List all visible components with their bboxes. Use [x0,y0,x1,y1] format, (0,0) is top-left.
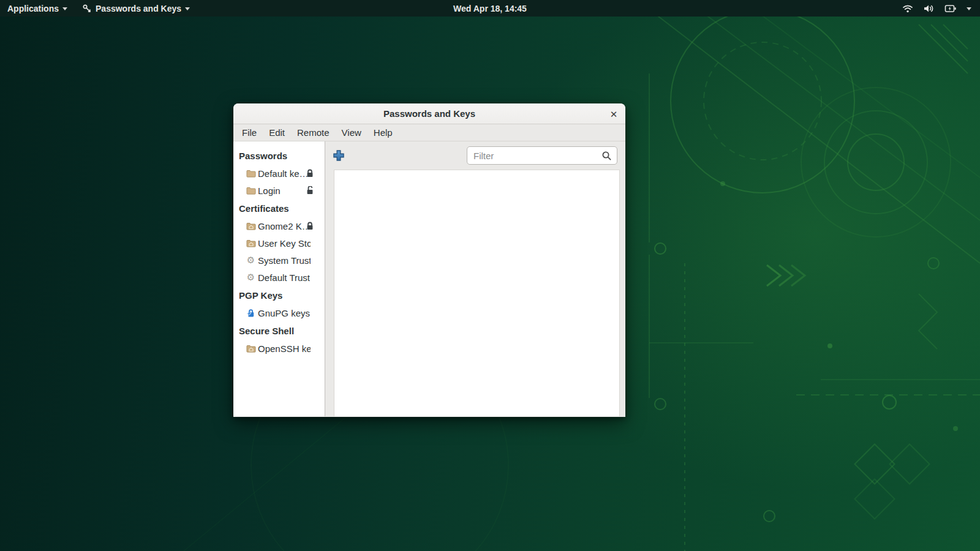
gear-icon: ⚙ [246,255,256,265]
wifi-icon [902,4,913,13]
sidebar-heading-passwords: Passwords [233,146,325,165]
sidebar-item-label: GnuPG keys [258,308,310,318]
titlebar[interactable]: Passwords and Keys ✕ [233,103,625,124]
sidebar-item-system-trust[interactable]: ⚙ System Trust [233,252,325,269]
chevron-down-icon [185,7,190,10]
gnome-top-bar: Applications Passwords and Keys Wed Apr … [0,0,980,17]
menubar: File Edit Remote View Help [233,124,625,141]
sidebar: Passwords Default ke… Login [233,141,325,416]
desktop: Applications Passwords and Keys Wed Apr … [0,0,980,551]
folder-home-icon [246,238,256,248]
item-list-empty[interactable] [334,170,620,416]
clock[interactable]: Wed Apr 18, 14:45 [447,4,533,13]
app-menu-passwords-and-keys[interactable]: Passwords and Keys [75,0,197,17]
sidebar-item-gnome2-keystore[interactable]: Gnome2 K… [233,217,325,234]
system-tray[interactable] [894,0,980,17]
applications-menu[interactable]: Applications [0,0,75,17]
folder-home-icon [246,221,256,231]
sidebar-item-login[interactable]: Login [233,182,325,199]
key-icon [82,4,92,13]
folder-icon [246,168,256,178]
folder-home-icon [246,343,256,353]
toolbar [325,141,625,170]
app-menu-label: Passwords and Keys [96,4,181,13]
menu-remote[interactable]: Remote [291,125,336,140]
window-title: Passwords and Keys [383,108,475,119]
volume-icon [923,4,935,13]
close-icon: ✕ [610,109,618,120]
sidebar-item-default-keyring[interactable]: Default ke… [233,165,325,182]
sidebar-item-default-trust[interactable]: ⚙ Default Trust [233,269,325,286]
locked-icon [306,222,314,230]
sidebar-item-label: System Trust [258,255,311,266]
menu-file[interactable]: File [236,125,263,140]
battery-charging-icon [944,4,957,13]
passwords-and-keys-window: Passwords and Keys ✕ File Edit Remote Vi… [233,103,625,417]
sidebar-item-label: OpenSSH keys [258,343,311,354]
plus-icon [332,149,345,162]
search-icon [601,151,612,161]
chevron-down-icon [62,7,67,10]
locked-icon [306,169,314,178]
sidebar-item-openssh-keys[interactable]: OpenSSH keys [233,340,325,357]
menu-edit[interactable]: Edit [263,125,291,140]
sidebar-item-user-key-storage[interactable]: User Key Stor… [233,234,325,252]
folder-icon [246,186,256,195]
gear-icon: ⚙ [246,272,256,282]
close-button[interactable]: ✕ [607,108,620,121]
filter-input[interactable] [473,151,601,161]
sidebar-item-label: Default Trust [258,272,310,283]
unlocked-icon [306,186,314,195]
sidebar-item-label: Default ke… [258,168,309,179]
applications-menu-label: Applications [7,4,59,13]
menu-help[interactable]: Help [368,125,399,140]
main-pane [325,141,625,416]
filter-field[interactable] [467,146,617,165]
sidebar-heading-pgp-keys: PGP Keys [233,286,325,304]
sidebar-item-label: User Key Stor… [258,238,311,249]
add-item-button[interactable] [330,147,347,164]
sidebar-heading-secure-shell: Secure Shell [233,321,325,340]
sidebar-item-label: Login [258,186,281,196]
sidebar-item-gnupg-keys[interactable]: GnuPG keys [233,304,325,321]
sidebar-item-label: Gnome2 K… [258,221,311,231]
chevron-down-icon [967,7,971,10]
gnupg-icon [246,308,256,318]
sidebar-heading-certificates: Certificates [233,199,325,217]
menu-view[interactable]: View [336,125,368,140]
